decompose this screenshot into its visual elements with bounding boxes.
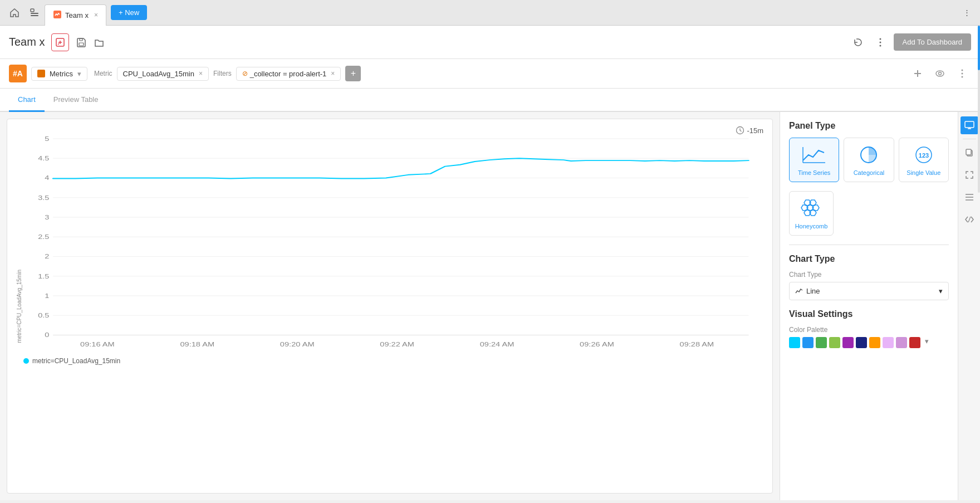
filter-label-text: Filters: [213, 70, 232, 77]
page-title: Team x: [9, 36, 45, 48]
svg-text:2.5: 2.5: [38, 233, 49, 240]
svg-text:09:28 AM: 09:28 AM: [680, 341, 714, 348]
visual-settings-title: Visual Settings: [789, 309, 949, 319]
metric-value: CPU_LoadAvg_15min: [123, 70, 194, 78]
color-swatch-6[interactable]: [869, 337, 880, 348]
metric-label-text: Metric: [94, 70, 112, 77]
legend-label: metric=CPU_LoadAvg_15min: [32, 357, 120, 365]
panel-type-label-sv: Single Value: [906, 169, 940, 176]
add-filter-button[interactable]: +: [345, 66, 361, 81]
svg-line-63: [968, 217, 971, 222]
svg-text:0.5: 0.5: [38, 312, 49, 319]
new-tab-button[interactable]: + New: [111, 5, 147, 20]
svg-text:3.5: 3.5: [38, 194, 49, 201]
page-header: Team x Add To Dashboard: [0, 26, 980, 59]
color-swatch-8[interactable]: [896, 337, 907, 348]
panel-type-honeycomb[interactable]: Honeycomb: [789, 191, 834, 236]
home-button[interactable]: [4, 3, 24, 23]
categorical-icon: [855, 144, 882, 166]
panel-type-label-cat: Categorical: [854, 169, 885, 176]
chart-tab[interactable]: Chart: [9, 89, 45, 112]
resize-icon-button[interactable]: [961, 166, 978, 184]
svg-text:09:18 AM: 09:18 AM: [180, 341, 214, 348]
refresh-button[interactable]: [849, 33, 867, 51]
svg-text:4: 4: [45, 174, 49, 181]
query-bar-right: [909, 65, 971, 82]
svg-text:1: 1: [45, 292, 49, 299]
tab-more-button[interactable]: ⋮: [958, 4, 976, 22]
svg-text:0: 0: [45, 331, 49, 338]
panel-type-grid: Time Series Categorical 12: [789, 138, 949, 182]
metrics-icon: [37, 70, 45, 77]
filter-clear-button[interactable]: ×: [331, 70, 335, 77]
header-right: Add To Dashboard: [849, 33, 971, 51]
visual-settings-section: Visual Settings Color Palette ▾: [789, 309, 949, 348]
metrics-dropdown[interactable]: Metrics ▾: [31, 67, 87, 81]
color-swatch-3[interactable]: [829, 337, 840, 348]
save-button[interactable]: [72, 33, 90, 51]
query-more-button[interactable]: [953, 65, 971, 82]
chart-area: -15m metric=CPU_LoadAvg_15min: [7, 119, 773, 494]
legend-dot: [23, 358, 29, 364]
files-button[interactable]: [24, 3, 45, 23]
svg-point-11: [939, 72, 942, 75]
honeycomb-row: Honeycomb: [789, 191, 949, 236]
svg-text:3: 3: [45, 214, 49, 221]
svg-text:2: 2: [45, 253, 49, 260]
color-swatch-4[interactable]: [842, 337, 854, 348]
preview-table-tab[interactable]: Preview Table: [45, 89, 107, 112]
color-swatch-0[interactable]: [789, 337, 800, 348]
filter-chip[interactable]: ⊘ _collector = prod-alert-1 ×: [236, 67, 341, 81]
color-swatch-5[interactable]: [856, 337, 867, 348]
query-bar: #A Metrics ▾ Metric CPU_LoadAvg_15min × …: [0, 59, 980, 89]
active-tab[interactable]: Team x ×: [45, 4, 106, 26]
svg-rect-59: [966, 149, 971, 155]
panel-type-time-series[interactable]: Time Series: [789, 138, 839, 182]
metric-value-chip[interactable]: CPU_LoadAvg_15min ×: [117, 67, 209, 81]
color-swatch-7[interactable]: [883, 337, 894, 348]
svg-rect-0: [31, 9, 34, 12]
tab-label: Team x: [65, 11, 89, 19]
svg-rect-57: [965, 121, 974, 128]
svg-rect-1: [31, 13, 38, 14]
list-icon-button[interactable]: [961, 188, 978, 206]
color-swatch-1[interactable]: [802, 337, 814, 348]
svg-text:09:26 AM: 09:26 AM: [580, 341, 614, 348]
tab-close-button[interactable]: ×: [94, 11, 98, 19]
svg-rect-5: [79, 43, 84, 46]
chart-type-section: Chart Type Chart Type Line ▾: [789, 254, 949, 300]
add-to-dashboard-button[interactable]: Add To Dashboard: [894, 33, 971, 51]
color-swatch-2[interactable]: [816, 337, 827, 348]
monitor-icon-button[interactable]: [961, 116, 978, 134]
color-palette-label: Color Palette: [789, 326, 949, 334]
svg-point-9: [879, 45, 881, 46]
svg-text:09:16 AM: 09:16 AM: [80, 341, 115, 348]
svg-text:09:22 AM: 09:22 AM: [380, 341, 414, 348]
chart-legend: metric=CPU_LoadAvg_15min: [23, 357, 763, 365]
panel-type-categorical[interactable]: Categorical: [844, 138, 894, 182]
svg-text:1.5: 1.5: [38, 273, 49, 280]
eye-button[interactable]: [931, 65, 949, 82]
panel-type-single-value[interactable]: 123 Single Value: [899, 138, 949, 182]
copy-icon-button[interactable]: [961, 144, 978, 162]
right-panel: Panel Type Time Series: [780, 112, 958, 500]
panel-type-label-hc: Honeycomb: [795, 223, 828, 229]
color-dropdown-arrow[interactable]: ▾: [925, 337, 929, 348]
add-query-button[interactable]: [909, 65, 927, 82]
code-icon-button[interactable]: [961, 211, 978, 228]
svg-rect-2: [31, 15, 38, 16]
export-button[interactable]: [51, 33, 69, 51]
tab-bar: Team x × + New ⋮: [0, 0, 980, 26]
metric-clear-button[interactable]: ×: [199, 70, 203, 77]
folder-button[interactable]: [90, 33, 108, 51]
dropdown-arrow: ▾: [939, 287, 943, 295]
svg-text:09:24 AM: 09:24 AM: [480, 341, 514, 348]
svg-point-7: [879, 38, 881, 40]
header-more-button[interactable]: [871, 33, 889, 51]
svg-text:09:20 AM: 09:20 AM: [280, 341, 315, 348]
chart-type-select[interactable]: Line ▾: [789, 282, 949, 300]
color-swatches: ▾: [789, 337, 949, 348]
time-series-icon: [801, 144, 827, 166]
query-badge: #A: [9, 65, 27, 82]
color-swatch-9[interactable]: [909, 337, 920, 348]
